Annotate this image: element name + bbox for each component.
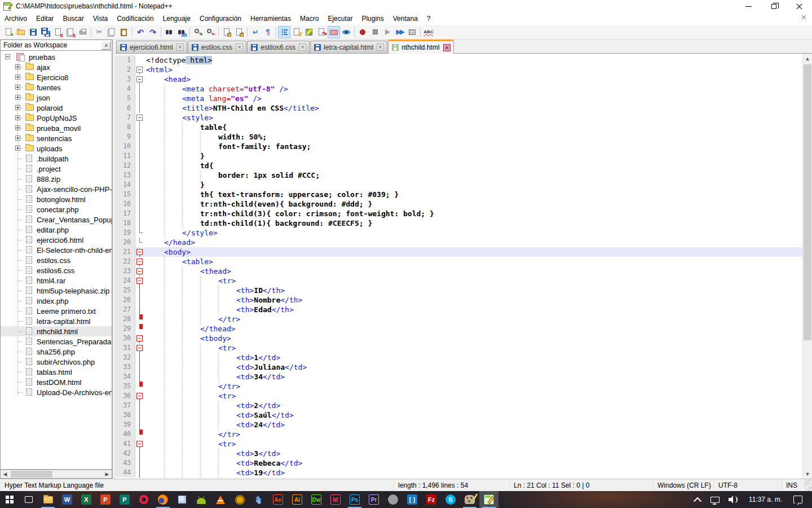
fold-margin[interactable] xyxy=(135,209,144,218)
tree-item-popupnojs[interactable]: PopUpNoJS xyxy=(1,113,112,123)
scroll-thumb[interactable] xyxy=(804,64,811,340)
editor-vertical-scrollbar[interactable]: ▲ ▼ xyxy=(802,54,812,479)
document-map-button[interactable] xyxy=(303,26,315,38)
fold-margin[interactable] xyxy=(135,161,144,170)
tree-item-index-php[interactable]: index.php xyxy=(1,296,112,306)
premiere[interactable]: Pr xyxy=(364,491,383,508)
fold-margin[interactable] xyxy=(135,353,144,362)
code-line-37[interactable]: 37<td>2</td> xyxy=(115,401,802,410)
tree-item-ajax[interactable]: ajax xyxy=(1,62,112,72)
fold-margin[interactable] xyxy=(135,151,144,161)
fold-margin[interactable] xyxy=(135,420,144,430)
tree-item-sentencias-preparadas-ph[interactable]: Sentencias_Preparadas_PH xyxy=(1,336,112,347)
code-line-28[interactable]: 28</tr> xyxy=(115,314,802,324)
code-line-35[interactable]: 35</tr> xyxy=(115,382,802,391)
expand-icon[interactable] xyxy=(15,135,20,141)
sync-scroll-horizontal-button[interactable] xyxy=(233,26,245,38)
menu-editar[interactable]: Editar xyxy=(32,13,58,24)
fold-margin[interactable] xyxy=(135,362,144,372)
tab-close-icon[interactable] xyxy=(443,44,451,51)
indent-guide-button[interactable] xyxy=(278,26,290,38)
code-line-34[interactable]: 34<td>34</td> xyxy=(115,372,802,382)
code-line-41[interactable]: 41<tr> xyxy=(115,439,802,449)
fold-margin[interactable] xyxy=(135,305,144,314)
tree-item-html4-rar[interactable]: html4.rar xyxy=(1,275,112,286)
tree-item-el-selector-nth-child-en-c[interactable]: El-Selector-nth-child-en-C xyxy=(1,245,112,255)
fold-margin[interactable] xyxy=(135,458,144,468)
scroll-track[interactable] xyxy=(10,470,103,478)
fold-margin[interactable] xyxy=(135,132,144,142)
tree-item-crear-ventanas-popup-c[interactable]: Crear_Ventanas_Popup_C xyxy=(1,214,112,225)
tab-estilos6-css[interactable]: estilos6.css xyxy=(247,41,310,53)
firefox[interactable] xyxy=(153,491,173,508)
panel-close-button[interactable] xyxy=(102,41,111,50)
publisher[interactable]: P xyxy=(115,491,134,508)
tab-close-icon[interactable] xyxy=(299,43,306,51)
fold-margin[interactable] xyxy=(135,324,144,334)
notepadpp[interactable] xyxy=(479,491,498,508)
fold-margin[interactable] xyxy=(135,391,144,401)
menu-plugins[interactable]: Plugins xyxy=(357,13,388,24)
tree-item-html5up-telephasic-zip[interactable]: html5up-telephasic.zip xyxy=(1,286,112,296)
fold-margin[interactable] xyxy=(135,276,144,286)
resize-grip[interactable] xyxy=(804,479,812,491)
document-switcher-button[interactable]: ↷ xyxy=(315,26,328,38)
fold-margin[interactable] xyxy=(135,372,144,382)
spell-check-button[interactable]: ABC xyxy=(422,26,435,38)
fold-collapse-icon[interactable] xyxy=(136,259,143,265)
fold-margin[interactable] xyxy=(135,343,144,353)
code-line-18[interactable]: 18td:nth-child(1){ background: #CEECF5; … xyxy=(115,218,802,228)
fold-collapse-icon[interactable] xyxy=(136,441,143,447)
fold-margin[interactable] xyxy=(135,401,144,410)
redo-button[interactable]: ↷ xyxy=(147,26,159,38)
expand-icon[interactable] xyxy=(15,64,20,69)
fold-margin[interactable] xyxy=(135,55,144,65)
open-file-button[interactable] xyxy=(15,26,27,38)
code-line-5[interactable]: 5<meta lang="es" /> xyxy=(115,94,802,103)
tree-item-json[interactable]: json xyxy=(1,93,112,103)
menu-ventana[interactable]: Ventana xyxy=(389,13,422,24)
brackets[interactable]: [ ] xyxy=(403,491,422,508)
fold-margin[interactable] xyxy=(135,199,144,209)
adobe-illustrator[interactable]: Ai xyxy=(288,491,307,508)
code-line-15[interactable]: 15th{ text-transform: uppercase; color: … xyxy=(115,190,802,199)
tree-item-botonglow-html[interactable]: botonglow.html xyxy=(1,194,112,204)
status-encoding[interactable]: UTF-8 xyxy=(714,479,782,491)
expand-icon[interactable] xyxy=(15,75,20,80)
fold-margin[interactable] xyxy=(135,247,144,257)
tree-item-conectar-php[interactable]: conectar.php xyxy=(1,204,112,214)
playback-macro-button[interactable] xyxy=(381,26,394,38)
copy-button[interactable] xyxy=(105,26,118,38)
code-line-38[interactable]: 38<td>Saúl</td> xyxy=(115,410,802,420)
code-line-10[interactable]: 10font-family: fantasy; xyxy=(115,142,802,151)
close-file-button[interactable]: x xyxy=(52,26,64,38)
tree-item-fuentes[interactable]: fuentes xyxy=(1,82,112,93)
tree-item-prueba-movil[interactable]: prueba_movil xyxy=(1,123,112,133)
collapse-icon[interactable] xyxy=(5,54,10,59)
word[interactable]: W xyxy=(58,491,77,508)
save-macro-button[interactable] xyxy=(406,26,418,38)
code-line-20[interactable]: 20</head> xyxy=(115,238,802,247)
code-line-1[interactable]: 1<!doctype html> xyxy=(115,55,802,65)
vlc[interactable] xyxy=(211,491,230,508)
new-file-button[interactable]: + xyxy=(2,26,15,38)
scroll-left-arrow[interactable]: ◀ xyxy=(1,470,10,478)
tree-item-uploads[interactable]: uploads xyxy=(1,143,112,154)
code-line-19[interactable]: 19</style> xyxy=(115,228,802,238)
code-line-40[interactable]: 40</tr> xyxy=(115,430,802,439)
fold-margin[interactable] xyxy=(135,65,144,75)
fold-margin[interactable] xyxy=(135,314,144,324)
tab-letra-capital-html[interactable]: letra-capital.html xyxy=(310,41,387,53)
status-insert-mode[interactable]: INS xyxy=(782,479,804,491)
code-line-22[interactable]: 22<table> xyxy=(115,257,802,266)
3d-viewer[interactable] xyxy=(173,491,192,508)
fold-collapse-icon[interactable] xyxy=(136,345,143,351)
tree-item-polaroid[interactable]: polaroid xyxy=(1,103,112,113)
scroll-down-arrow[interactable]: ▼ xyxy=(803,469,812,479)
close-document-button[interactable] xyxy=(801,14,809,22)
start-button[interactable] xyxy=(0,491,19,508)
replace-button[interactable]: ab xyxy=(175,26,188,38)
dreamweaver[interactable]: Dw xyxy=(307,491,326,508)
show-all-characters-button[interactable]: ¶ xyxy=(262,26,274,38)
fold-margin[interactable] xyxy=(135,430,144,439)
